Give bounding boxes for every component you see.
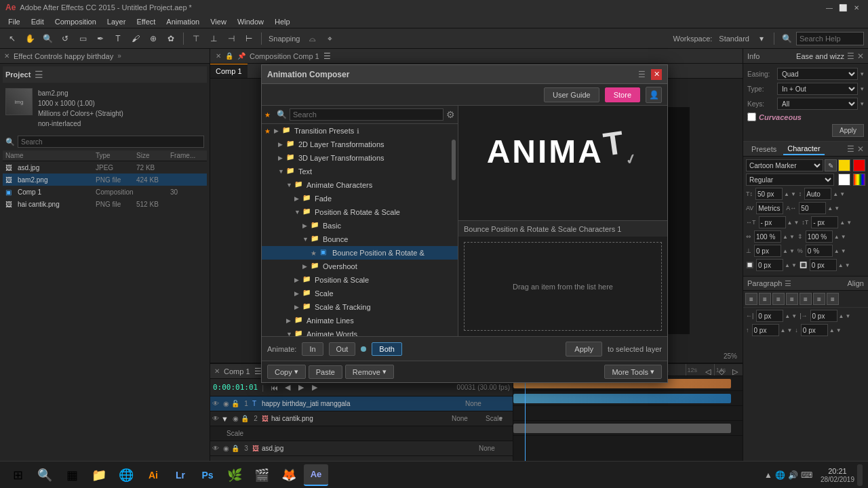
show-desktop-button[interactable] — [857, 464, 863, 486]
tree-arrow-text[interactable]: ▼ — [278, 168, 286, 175]
dialog-close-button[interactable]: ✕ — [651, 69, 662, 80]
hscale-pct-up[interactable]: ▲ — [783, 234, 788, 240]
ease-panel-menu-icon[interactable]: ☰ — [847, 52, 854, 61]
leading-arrow-down[interactable]: ▼ — [840, 191, 845, 197]
profile-button[interactable]: 👤 — [646, 87, 662, 103]
tl-menu-icon[interactable]: ☰ — [254, 367, 262, 376]
user-guide-button[interactable]: User Guide — [544, 87, 599, 102]
param6-input[interactable] — [756, 259, 783, 271]
layer2-lock-icon[interactable]: 🔒 — [240, 415, 250, 422]
baseline-down[interactable]: ▼ — [789, 248, 795, 254]
align-right-btn[interactable]: ≡ — [772, 293, 785, 305]
panel-close-icon[interactable]: ✕ — [4, 52, 9, 60]
network-icon[interactable]: 🌐 — [775, 470, 785, 480]
tree-arrow-anim-words[interactable]: ▼ — [286, 331, 294, 336]
snap-btn[interactable]: ⌓ — [304, 30, 321, 47]
tool-rect[interactable]: ▭ — [75, 30, 91, 47]
tree-scale[interactable]: ▶ 📁 Scale — [262, 287, 458, 300]
tree-arrow-scale[interactable]: ▶ — [294, 290, 302, 297]
remove-dropdown-button[interactable]: Remove ▾ — [345, 365, 394, 379]
tree-arrow-overshoot[interactable]: ▶ — [302, 263, 311, 270]
justify-btn[interactable]: ≡ — [786, 293, 798, 305]
tree-arrow-3d[interactable]: ▶ — [278, 155, 286, 161]
font-size-arrow-up[interactable]: ▲ — [784, 191, 789, 197]
hscale-pct-input[interactable] — [754, 230, 781, 243]
presets-panel-close[interactable]: ✕ — [857, 144, 864, 154]
layer2-dropdown-icon[interactable]: ▾ — [499, 415, 513, 422]
timeline-layer-3[interactable]: 👁 ◉ 🔒 3 🖼 asd.jpg None — [210, 441, 513, 456]
search-taskbar-button[interactable]: 🔍 — [33, 464, 57, 486]
tree-arrow-2d[interactable]: ▶ — [278, 141, 286, 148]
drop-area[interactable]: Drag an item from the list here — [464, 242, 662, 331]
tree-animate-lines[interactable]: ▶ 📁 Animate Lines — [262, 314, 458, 327]
presets-panel-hamburger[interactable]: ☰ — [847, 144, 854, 154]
paste-button[interactable]: Paste — [309, 365, 342, 379]
align-btn4[interactable]: ⊢ — [241, 30, 257, 47]
file-item-hc[interactable]: 🖼 hai cantik.png PNG file 512 KB — [3, 198, 207, 210]
menu-view[interactable]: View — [205, 15, 232, 28]
tl-prev-kf[interactable]: ◁ — [702, 365, 714, 378]
menu-help[interactable]: Help — [269, 15, 296, 28]
tool-puppet[interactable]: ✿ — [163, 30, 179, 47]
align-btn2[interactable]: ⊥ — [205, 30, 222, 47]
tool-rotate[interactable]: ↺ — [57, 30, 73, 47]
vscale-pct-up[interactable]: ▲ — [834, 234, 840, 240]
keyboard-icon[interactable]: ⌨ — [801, 470, 812, 480]
tool-hand[interactable]: ✋ — [22, 30, 38, 47]
task-view-button[interactable]: ▦ — [60, 464, 84, 486]
favorites-star-icon[interactable]: ★ — [264, 111, 274, 119]
tsf-input[interactable] — [806, 245, 833, 257]
close-button[interactable]: ✕ — [850, 1, 863, 14]
tree-search-input[interactable] — [290, 108, 443, 121]
h-scale-arrow-up[interactable]: ▲ — [787, 220, 793, 226]
animate-in-button[interactable]: In — [302, 342, 323, 356]
paragraph-menu-icon[interactable]: ☰ — [785, 279, 791, 288]
type-select[interactable]: In + Out In Out — [777, 83, 858, 95]
tree-basic[interactable]: ▶ 📁 Basic — [262, 219, 458, 232]
tracking-arrow-down[interactable]: ▼ — [834, 205, 840, 211]
align-center-btn[interactable]: ≡ — [759, 293, 771, 305]
lock-panel-icon[interactable]: 🔒 — [225, 52, 233, 60]
snap-btn2[interactable]: ⌖ — [322, 30, 338, 47]
tree-text[interactable]: ▼ 📁 Text — [262, 165, 458, 178]
baseline-input[interactable] — [754, 245, 781, 257]
tsf-up[interactable]: ▲ — [834, 248, 840, 254]
tree-bounce[interactable]: ▼ 📁 Bounce — [262, 232, 458, 246]
tree-arrow-pos-scale[interactable]: ▶ — [294, 277, 302, 283]
tool-select[interactable]: ↖ — [4, 30, 20, 47]
left-indent-input[interactable] — [756, 310, 783, 322]
layer3-visibility-icon[interactable]: 👁 — [210, 445, 221, 452]
tree-arrow-fade[interactable]: ▶ — [294, 195, 302, 202]
menu-layer[interactable]: Layer — [102, 15, 132, 28]
browser-button[interactable]: 🌐 — [114, 464, 138, 486]
layer3-bar[interactable] — [513, 424, 731, 433]
tree-arrow-scale-track[interactable]: ▶ — [294, 304, 302, 310]
space-before-down[interactable]: ▼ — [787, 327, 792, 333]
animate-out-button[interactable]: Out — [329, 342, 356, 356]
hscale-pct-down[interactable]: ▼ — [789, 234, 795, 240]
font-style-select[interactable]: Regular Bold Italic — [746, 174, 834, 186]
tool-brush[interactable]: 🖌 — [127, 30, 144, 47]
menu-file[interactable]: File — [3, 15, 26, 28]
tree-item-star[interactable]: ★ — [311, 249, 320, 257]
param7-up[interactable]: ▲ — [838, 262, 844, 268]
align-left-btn[interactable]: ≡ — [745, 293, 757, 305]
tracking-input[interactable] — [799, 202, 826, 214]
maximize-button[interactable]: ⬜ — [837, 1, 849, 14]
tl-close-icon[interactable]: ✕ — [214, 367, 220, 375]
go-start-btn[interactable]: ⏮ — [268, 382, 280, 394]
right-indent-input[interactable] — [810, 310, 837, 322]
leading-arrow-up[interactable]: ▲ — [833, 191, 838, 197]
vscale-pct-down[interactable]: ▼ — [841, 234, 846, 240]
tree-settings-icon[interactable]: ⚙ — [446, 109, 455, 120]
green-app-button[interactable]: 🌿 — [222, 464, 247, 486]
v-scale-arrow-up[interactable]: ▲ — [840, 220, 845, 226]
baseline-up[interactable]: ▲ — [783, 248, 788, 254]
space-before-input[interactable] — [752, 324, 779, 336]
speaker-icon[interactable]: 🔊 — [788, 470, 798, 480]
space-before-up[interactable]: ▲ — [781, 327, 786, 333]
font-size-input[interactable] — [755, 188, 783, 200]
file-item-selected[interactable]: 🖼 bam2.png PNG file 424 KB — [3, 174, 207, 186]
copy-dropdown-button[interactable]: Copy ▾ — [267, 365, 306, 379]
justify3-btn[interactable]: ≡ — [813, 293, 825, 305]
